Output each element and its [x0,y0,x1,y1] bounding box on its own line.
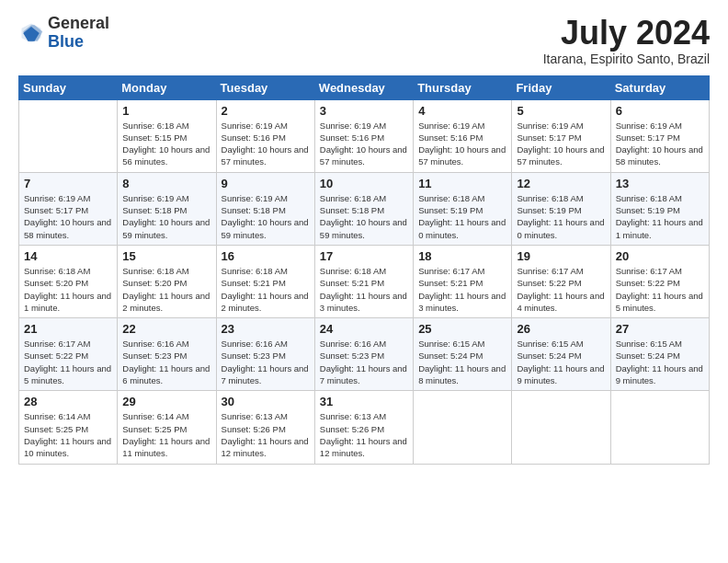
day-info: Sunrise: 6:18 AM Sunset: 5:20 PM Dayligh… [122,265,210,314]
day-number: 20 [616,249,704,263]
day-info: Sunrise: 6:13 AM Sunset: 5:26 PM Dayligh… [222,410,310,459]
day-number: 15 [122,249,210,263]
week-row-1: 7Sunrise: 6:19 AM Sunset: 5:17 PM Daylig… [19,172,710,245]
day-cell [610,391,709,464]
day-cell: 22Sunrise: 6:16 AM Sunset: 5:23 PM Dayli… [118,318,216,391]
day-number: 7 [24,177,112,190]
day-number: 29 [122,395,210,408]
day-info: Sunrise: 6:19 AM Sunset: 5:17 PM Dayligh… [517,120,605,168]
day-info: Sunrise: 6:14 AM Sunset: 5:25 PM Dayligh… [24,410,112,459]
header-cell-saturday: Saturday [610,75,709,99]
day-number: 16 [222,249,310,263]
header-cell-sunday: Sunday [19,75,118,99]
day-cell [512,391,610,464]
day-cell: 14Sunrise: 6:18 AM Sunset: 5:20 PM Dayli… [19,245,118,317]
page: General Blue July 2024 Itarana, Espirito… [0,0,728,563]
day-number: 31 [320,395,408,408]
day-number: 11 [418,177,506,190]
calendar-table: SundayMondayTuesdayWednesdayThursdayFrid… [18,75,710,465]
day-cell: 26Sunrise: 6:15 AM Sunset: 5:24 PM Dayli… [512,318,610,391]
day-number: 6 [616,104,704,118]
day-cell: 1Sunrise: 6:18 AM Sunset: 5:15 PM Daylig… [118,99,216,172]
day-cell: 17Sunrise: 6:18 AM Sunset: 5:21 PM Dayli… [314,245,413,317]
day-number: 17 [320,249,408,263]
day-cell [19,99,118,172]
day-info: Sunrise: 6:19 AM Sunset: 5:18 PM Dayligh… [222,192,310,241]
day-cell: 9Sunrise: 6:19 AM Sunset: 5:18 PM Daylig… [216,172,314,245]
day-cell: 20Sunrise: 6:17 AM Sunset: 5:22 PM Dayli… [610,245,709,317]
day-info: Sunrise: 6:18 AM Sunset: 5:20 PM Dayligh… [24,265,112,314]
day-cell: 18Sunrise: 6:17 AM Sunset: 5:21 PM Dayli… [414,245,512,317]
day-info: Sunrise: 6:17 AM Sunset: 5:21 PM Dayligh… [418,265,506,314]
day-cell: 21Sunrise: 6:17 AM Sunset: 5:22 PM Dayli… [19,318,118,391]
day-number: 27 [616,322,704,336]
day-info: Sunrise: 6:14 AM Sunset: 5:25 PM Dayligh… [122,410,210,459]
day-info: Sunrise: 6:19 AM Sunset: 5:17 PM Dayligh… [616,120,704,168]
day-cell: 13Sunrise: 6:18 AM Sunset: 5:19 PM Dayli… [610,172,709,245]
header-cell-wednesday: Wednesday [314,75,413,99]
header: General Blue July 2024 Itarana, Espirito… [18,15,710,66]
day-number: 23 [222,322,310,336]
logo-icon [18,20,44,46]
day-cell: 4Sunrise: 6:19 AM Sunset: 5:16 PM Daylig… [414,99,512,172]
day-cell: 7Sunrise: 6:19 AM Sunset: 5:17 PM Daylig… [19,172,118,245]
day-info: Sunrise: 6:15 AM Sunset: 5:24 PM Dayligh… [517,338,605,386]
header-cell-monday: Monday [118,75,216,99]
logo-general: General [48,15,109,33]
day-number: 18 [418,249,506,263]
day-number: 26 [517,322,605,336]
day-cell: 10Sunrise: 6:18 AM Sunset: 5:18 PM Dayli… [314,172,413,245]
day-number: 24 [320,322,408,336]
day-number: 1 [122,104,210,118]
week-row-2: 14Sunrise: 6:18 AM Sunset: 5:20 PM Dayli… [19,245,710,317]
day-cell: 31Sunrise: 6:13 AM Sunset: 5:26 PM Dayli… [314,391,413,464]
day-cell: 2Sunrise: 6:19 AM Sunset: 5:16 PM Daylig… [216,99,314,172]
day-number: 14 [24,249,112,263]
day-number: 28 [24,395,112,408]
day-number: 25 [418,322,506,336]
day-info: Sunrise: 6:18 AM Sunset: 5:19 PM Dayligh… [517,192,605,241]
day-cell: 30Sunrise: 6:13 AM Sunset: 5:26 PM Dayli… [216,391,314,464]
week-row-0: 1Sunrise: 6:18 AM Sunset: 5:15 PM Daylig… [19,99,710,172]
day-number: 10 [320,177,408,190]
day-info: Sunrise: 6:18 AM Sunset: 5:21 PM Dayligh… [222,265,310,314]
day-info: Sunrise: 6:18 AM Sunset: 5:18 PM Dayligh… [320,192,408,241]
week-row-3: 21Sunrise: 6:17 AM Sunset: 5:22 PM Dayli… [19,318,710,391]
day-info: Sunrise: 6:16 AM Sunset: 5:23 PM Dayligh… [222,338,310,386]
day-info: Sunrise: 6:19 AM Sunset: 5:17 PM Dayligh… [24,192,112,241]
day-cell: 19Sunrise: 6:17 AM Sunset: 5:22 PM Dayli… [512,245,610,317]
day-info: Sunrise: 6:17 AM Sunset: 5:22 PM Dayligh… [24,338,112,386]
day-number: 2 [222,104,310,118]
logo-text: General Blue [48,15,109,52]
day-cell [414,391,512,464]
day-number: 4 [418,104,506,118]
day-cell: 25Sunrise: 6:15 AM Sunset: 5:24 PM Dayli… [414,318,512,391]
day-cell: 15Sunrise: 6:18 AM Sunset: 5:20 PM Dayli… [118,245,216,317]
day-cell: 12Sunrise: 6:18 AM Sunset: 5:19 PM Dayli… [512,172,610,245]
day-info: Sunrise: 6:18 AM Sunset: 5:19 PM Dayligh… [616,192,704,241]
day-info: Sunrise: 6:18 AM Sunset: 5:21 PM Dayligh… [320,265,408,314]
day-info: Sunrise: 6:15 AM Sunset: 5:24 PM Dayligh… [418,338,506,386]
day-cell: 29Sunrise: 6:14 AM Sunset: 5:25 PM Dayli… [118,391,216,464]
header-cell-tuesday: Tuesday [216,75,314,99]
day-info: Sunrise: 6:16 AM Sunset: 5:23 PM Dayligh… [320,338,408,386]
day-cell: 16Sunrise: 6:18 AM Sunset: 5:21 PM Dayli… [216,245,314,317]
day-number: 12 [517,177,605,190]
day-cell: 23Sunrise: 6:16 AM Sunset: 5:23 PM Dayli… [216,318,314,391]
day-cell: 6Sunrise: 6:19 AM Sunset: 5:17 PM Daylig… [610,99,709,172]
logo: General Blue [18,15,109,52]
day-info: Sunrise: 6:17 AM Sunset: 5:22 PM Dayligh… [517,265,605,314]
day-cell: 3Sunrise: 6:19 AM Sunset: 5:16 PM Daylig… [314,99,413,172]
day-info: Sunrise: 6:18 AM Sunset: 5:19 PM Dayligh… [418,192,506,241]
day-info: Sunrise: 6:19 AM Sunset: 5:16 PM Dayligh… [320,120,408,168]
day-number: 9 [222,177,310,190]
week-row-4: 28Sunrise: 6:14 AM Sunset: 5:25 PM Dayli… [19,391,710,464]
day-cell: 27Sunrise: 6:15 AM Sunset: 5:24 PM Dayli… [610,318,709,391]
day-number: 21 [24,322,112,336]
month-title: July 2024 [543,15,710,52]
day-info: Sunrise: 6:17 AM Sunset: 5:22 PM Dayligh… [616,265,704,314]
day-cell: 5Sunrise: 6:19 AM Sunset: 5:17 PM Daylig… [512,99,610,172]
day-cell: 28Sunrise: 6:14 AM Sunset: 5:25 PM Dayli… [19,391,118,464]
title-section: July 2024 Itarana, Espirito Santo, Brazi… [543,15,710,66]
day-number: 5 [517,104,605,118]
